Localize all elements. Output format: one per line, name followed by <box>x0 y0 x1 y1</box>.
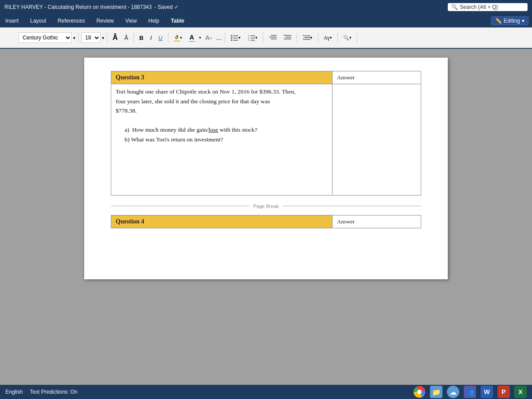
font-size-chevron-icon: ▾ <box>102 35 104 40</box>
menu-review[interactable]: Review <box>94 17 115 25</box>
document-page[interactable]: Question 3 Answer Tori bought one share … <box>84 58 448 279</box>
status-bar: English Text Predictions: On 📁 ☁ 👥 <box>0 385 532 399</box>
question3-sub-a-label: a) How much money did she gain/lose with… <box>125 126 257 133</box>
svg-rect-7 <box>250 35 255 36</box>
svg-rect-1 <box>233 35 238 36</box>
para-spacing-group: ▾ <box>300 32 318 43</box>
bullet-list-button[interactable]: ▾ <box>228 32 243 43</box>
excel-app-icon[interactable]: X <box>514 386 527 398</box>
question4-header-text: Question 4 <box>116 218 144 225</box>
svg-rect-3 <box>233 38 238 39</box>
title-bar-left: RILEY HARVEY - Calculating Return on Inv… <box>4 4 179 10</box>
more-options-icon: … <box>216 34 222 41</box>
find-button[interactable]: 🔍 ▾ <box>340 32 354 43</box>
menu-insert[interactable]: Insert <box>4 17 20 25</box>
lose-underline: lose <box>208 126 218 133</box>
answer4-header-text: Answer <box>337 218 355 225</box>
teams-icon[interactable]: 👥 <box>464 386 476 398</box>
chrome-svg-icon <box>414 386 425 398</box>
editing-chevron-icon: ▾ <box>522 18 524 24</box>
bullet-list-icon <box>231 34 239 41</box>
font-color-chevron-icon: ▾ <box>199 35 201 40</box>
page-break: Page Break <box>111 203 421 209</box>
word-app-icon[interactable]: W <box>481 386 493 398</box>
line-spacing-button[interactable]: ▾ <box>300 32 315 43</box>
title-bar: RILEY HARVEY - Calculating Return on Inv… <box>0 0 532 14</box>
svg-rect-11 <box>250 40 255 41</box>
svg-rect-16 <box>286 37 291 38</box>
italic-button[interactable]: I <box>148 32 155 43</box>
increase-indent-button[interactable] <box>281 32 294 43</box>
font-family-group: Century Gothic ▾ <box>19 32 78 43</box>
editing-label: Editing <box>504 18 520 24</box>
svg-rect-13 <box>269 37 277 38</box>
svg-rect-5 <box>233 40 238 41</box>
font-family-select[interactable]: Century Gothic <box>19 32 72 43</box>
question3-body-row: Tori bought one share of Chipotle stock … <box>111 84 421 196</box>
question4-header-row: Question 4 Answer <box>111 215 421 228</box>
font-size-select[interactable]: 18 <box>81 32 101 43</box>
search-icon: 🔍 <box>451 4 458 10</box>
menu-table[interactable]: Table <box>169 17 186 25</box>
menu-layout[interactable]: Layout <box>28 17 48 25</box>
numbered-list-button[interactable]: 1. 2. 3. ▾ <box>245 32 260 43</box>
color-group: ∂ ▾ A ▾ Ao … <box>171 32 225 43</box>
question4-table: Question 4 Answer <box>111 215 421 228</box>
font-color-icon: A <box>190 34 194 41</box>
question3-sub-a: a) How much money did she gain/lose with… <box>125 125 328 135</box>
styles-dropdown-button[interactable]: Aγ ▾ <box>321 32 335 43</box>
styles-chevron-icon: ▾ <box>330 35 332 40</box>
font-size-adjust-group: Â Â <box>110 32 134 43</box>
powerpoint-app-icon[interactable]: P <box>497 386 510 398</box>
chrome-icon[interactable] <box>413 386 426 398</box>
svg-rect-15 <box>284 35 291 36</box>
question3-line1: Tori bought one share of Chipotle stock … <box>116 88 296 95</box>
taskbar-icons: 📁 ☁ 👥 W P X <box>413 386 527 398</box>
highlight-color-button[interactable]: ∂ ▾ <box>171 32 185 43</box>
svg-marker-21 <box>303 35 304 36</box>
underline-button[interactable]: U <box>156 32 165 43</box>
document-area[interactable]: Question 3 Answer Tori bought one share … <box>0 49 532 385</box>
font-shrink-button[interactable]: Â <box>122 32 131 43</box>
line-spacing-icon <box>302 35 310 41</box>
toolbar: Century Gothic ▾ 18 ▾ Â Â B I U ∂ ▾ A … <box>0 27 532 49</box>
svg-rect-0 <box>231 35 232 36</box>
answer3-header-cell: Answer <box>332 71 421 84</box>
find-group: 🔍 ▾ <box>340 32 357 43</box>
list-group: ▾ 1. 2. 3. ▾ <box>228 32 263 43</box>
editing-button[interactable]: ✏️ Editing ▾ <box>491 16 528 25</box>
svg-rect-9 <box>250 38 255 39</box>
line-spacing-chevron: ▾ <box>310 35 313 40</box>
menu-references[interactable]: References <box>56 17 86 25</box>
svg-rect-18 <box>304 35 310 36</box>
font-grow-button[interactable]: Â <box>110 32 121 43</box>
char-shading-button[interactable]: Ao <box>203 32 215 43</box>
svg-rect-19 <box>304 37 310 38</box>
svg-rect-17 <box>284 39 291 39</box>
font-color-button[interactable]: A <box>186 32 198 43</box>
pencil-icon: ✏️ <box>495 18 502 24</box>
menu-help[interactable]: Help <box>147 17 161 25</box>
svg-text:3.: 3. <box>248 39 250 41</box>
svg-rect-4 <box>231 39 232 41</box>
styles-group: Aγ ▾ <box>321 32 338 43</box>
decrease-indent-button[interactable] <box>266 32 279 43</box>
cloud-icon[interactable]: ☁ <box>447 386 459 398</box>
question3-sub-b-label: b) What was Tori's return on investment? <box>125 136 223 143</box>
question3-line3: $778.38. <box>116 107 137 114</box>
bullet-list-chevron: ▾ <box>239 35 241 40</box>
font-size-group: 18 ▾ <box>81 32 107 43</box>
files-icon[interactable]: 📁 <box>430 386 442 398</box>
bold-button[interactable]: B <box>137 32 146 43</box>
find-chevron: ▾ <box>349 35 352 40</box>
increase-indent-icon <box>283 35 291 41</box>
answer3-body-cell[interactable] <box>332 84 421 196</box>
font-family-chevron-icon: ▾ <box>73 35 75 40</box>
svg-rect-12 <box>271 35 277 36</box>
font-style-group: B I U <box>137 32 168 43</box>
svg-rect-2 <box>231 37 232 39</box>
question3-header-cell: Question 3 <box>111 71 332 84</box>
search-box[interactable]: 🔍 Search (Alt + Q) <box>448 3 528 11</box>
question3-table: Question 3 Answer Tori bought one share … <box>111 71 421 196</box>
menu-view[interactable]: View <box>124 17 139 25</box>
